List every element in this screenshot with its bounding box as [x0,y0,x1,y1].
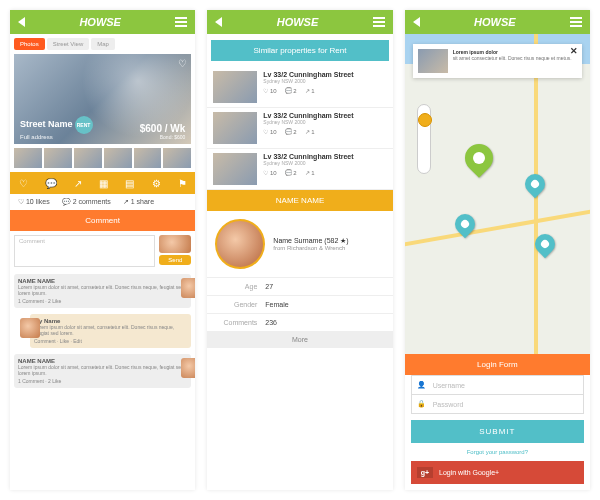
google-login-button[interactable]: g+Login with Google+ [411,461,584,484]
popup-photo [418,49,448,73]
tab-streetview[interactable]: Street View [47,38,90,50]
menu-icon[interactable] [175,17,187,27]
comments[interactable]: 💬 2 [285,169,297,176]
listing-title: Lv 33/2 Cunningham Street [263,153,386,160]
comment-input[interactable]: Comment [14,235,155,267]
chat-icon[interactable]: 💬 [45,178,57,189]
back-icon[interactable] [215,17,222,27]
close-icon[interactable]: ✕ [570,46,578,56]
comment-body: Lorem ipsum dolor sit amet, consetetur e… [18,364,187,376]
field-value: Female [265,301,288,308]
menu-icon[interactable] [373,17,385,27]
thumb[interactable] [104,148,132,168]
field-label: Age [215,283,265,290]
listing-item[interactable]: Lv 33/2 Cunningham StreetSydney NSW 2000… [207,67,392,108]
googleplus-icon: g+ [417,467,433,478]
screen-similar-profile: HOWSE Similar properties for Rent Lv 33/… [207,10,392,490]
thumb[interactable] [14,148,42,168]
comment-item-mine: My Name Lorem ipsum dolor sit amet, cons… [30,314,191,348]
share-icon[interactable]: ↗ [74,178,82,189]
map-view[interactable]: Lorem ipsum dolor sit amet consectetur e… [405,34,590,354]
listing-item[interactable]: Lv 33/2 Cunningham StreetSydney NSW 2000… [207,108,392,149]
stats-row: ♡ 10 likes 💬 2 comments ↗ 1 share [10,194,195,210]
comment-composer: Comment Send [10,231,195,271]
brand-title: HOWSE [474,16,516,28]
likes[interactable]: ♡ 10 [263,87,276,94]
comments-count[interactable]: 💬 2 comments [62,198,111,206]
comment-body: Lorem ipsum dolor sit amet, consetetur e… [34,324,187,336]
heart-icon[interactable]: ♡ [19,178,28,189]
profile-photo[interactable] [215,219,265,269]
popup-body: sit amet consectetur elit. Donec risus n… [453,55,572,61]
more-button[interactable]: More [207,331,392,348]
bond: Bond: $600 [140,134,186,140]
zoom-slider[interactable] [417,104,431,174]
action-bar: ♡💬↗▦▤⚙⚑ [10,172,195,194]
avatar [159,235,191,253]
screen-property-detail: HOWSE Photos Street View Map ♡ Street Na… [10,10,195,490]
field-value: 27 [265,283,273,290]
comment-button[interactable]: Comment [10,210,195,231]
shares[interactable]: ↗ 1 [305,169,315,176]
app-header: HOWSE [405,10,590,34]
gear-icon[interactable]: ⚙ [152,178,161,189]
listing-item[interactable]: Lv 33/2 Cunningham StreetSydney NSW 2000… [207,149,392,190]
shares-count[interactable]: ↗ 1 share [123,198,154,206]
app-header: HOWSE [10,10,195,34]
profile-name-bar: NAME NAME [207,190,392,211]
forgot-link[interactable]: Forgot your password? [405,449,590,455]
comment-meta[interactable]: 1 Comment · 2 Like [18,378,187,384]
avatar [20,318,40,338]
screen-map-login: HOWSE Lorem ipsum dolor sit amet consect… [405,10,590,490]
shares[interactable]: ↗ 1 [305,128,315,135]
thumb[interactable] [44,148,72,168]
comment-item: NAME NAME Lorem ipsum dolor sit amet, co… [14,354,191,388]
brand-title: HOWSE [79,16,121,28]
profile-name: Name Surname [273,237,322,244]
thumb[interactable] [163,148,191,168]
thumb[interactable] [134,148,162,168]
comments[interactable]: 💬 2 [285,87,297,94]
tab-map[interactable]: Map [91,38,115,50]
map-popup: Lorem ipsum dolor sit amet consectetur e… [413,44,582,78]
map-pin-active[interactable] [459,138,499,178]
tab-photos[interactable]: Photos [14,38,45,50]
comments[interactable]: 💬 2 [285,128,297,135]
password-field[interactable]: 🔒Password [411,395,584,414]
hero-photo[interactable]: ♡ Street NameRENT Full address $600 / Wk… [14,54,191,144]
flag-icon[interactable]: ⚑ [178,178,187,189]
comment-body: Lorem ipsum dolor sit amet, consetetur e… [18,284,187,296]
profile-field: Comments236 [207,313,392,331]
back-icon[interactable] [18,17,25,27]
listing-photo [213,153,257,185]
menu-icon[interactable] [570,17,582,27]
profile-field: GenderFemale [207,295,392,313]
comment-meta[interactable]: Comment · Like · Edit [34,338,187,344]
comment-meta[interactable]: 1 Comment · 2 Like [18,298,187,304]
avatar [181,278,195,298]
shares[interactable]: ↗ 1 [305,87,315,94]
likes[interactable]: ♡ 10 [263,169,276,176]
user-icon: 👤 [417,381,433,389]
likes-count[interactable]: ♡ 10 likes [18,198,50,206]
profile-field: Age27 [207,277,392,295]
lock-icon: 🔒 [417,400,433,408]
login-form: 👤Username 🔒Password [405,375,590,414]
thumb[interactable] [74,148,102,168]
send-button[interactable]: Send [159,255,191,265]
username-field[interactable]: 👤Username [411,375,584,395]
back-icon[interactable] [413,17,420,27]
submit-button[interactable]: SUBMIT [411,420,584,443]
likes[interactable]: ♡ 10 [263,128,276,135]
rent-badge: RENT [75,116,93,134]
map-pin[interactable] [521,170,549,198]
listing-sub: Sydney NSW 2000 [263,160,386,166]
profile-from: from Richardson & Wrench [273,245,348,251]
avatar [181,358,195,378]
profile-card: Name Surname (582 ★) from Richardson & W… [207,211,392,277]
chart-icon[interactable]: ▤ [125,178,134,189]
grid-icon[interactable]: ▦ [99,178,108,189]
favorite-icon[interactable]: ♡ [178,58,187,69]
full-address: Full address [20,134,93,140]
listing-sub: Sydney NSW 2000 [263,119,386,125]
